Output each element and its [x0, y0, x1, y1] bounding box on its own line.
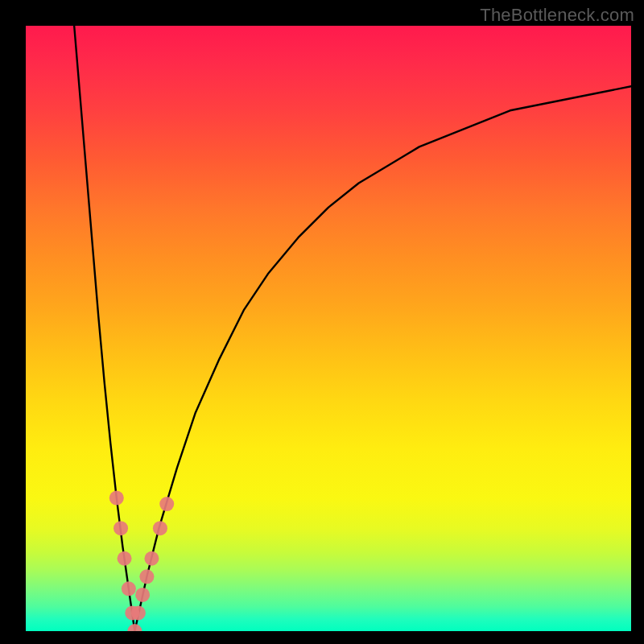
curve-layer: [26, 26, 631, 631]
marker-point: [118, 551, 132, 566]
chart-frame: TheBottleneck.com: [0, 0, 644, 644]
marker-point: [131, 605, 146, 620]
marker-point: [127, 624, 142, 631]
series-right_branch: [134, 86, 631, 631]
marker-point: [114, 521, 128, 535]
marker-point: [122, 581, 136, 596]
marker-point: [135, 588, 150, 602]
marker-point: [153, 521, 167, 535]
marker-point: [144, 551, 159, 566]
marker-point: [159, 497, 174, 511]
bottleneck-curve: [74, 26, 631, 631]
marker-point: [139, 569, 154, 584]
watermark-text: TheBottleneck.com: [480, 5, 634, 26]
marker-point: [109, 491, 124, 506]
plot-area: [26, 26, 631, 631]
series-left_branch: [74, 26, 134, 631]
